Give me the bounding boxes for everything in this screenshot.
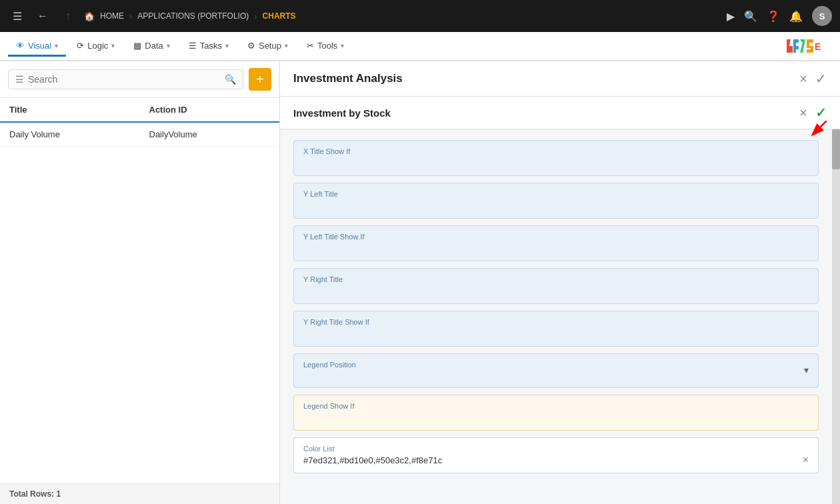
forward-icon[interactable]: ↑ (59, 7, 77, 25)
right-panel: Investment Analysis × ✓ Investment by St… (280, 61, 840, 504)
color-list-clear-icon[interactable]: × (803, 454, 809, 466)
home-link[interactable]: 🏠 (84, 11, 95, 21)
setup-icon: ⚙ (247, 41, 255, 51)
nav-logic[interactable]: ⟳ Logic ▾ (69, 37, 123, 57)
visual-icon: 👁 (16, 41, 25, 51)
input-y-right-title-show-if[interactable] (303, 329, 809, 339)
topbar-right: ▶ 🔍 ❓ 🔔 S (727, 6, 832, 26)
search-input[interactable] (28, 74, 225, 85)
bell-icon[interactable]: 🔔 (789, 10, 803, 23)
data-icon: ▦ (133, 41, 141, 51)
help-icon[interactable]: ❓ (767, 10, 780, 23)
setup-label: Setup (259, 41, 281, 51)
search-top-icon[interactable]: 🔍 (744, 10, 757, 23)
sidebar-footer: Total Rows: 1 (0, 483, 279, 504)
label-y-right-title-show-if: Y Right Title Show If (303, 318, 809, 326)
subpanel-confirm-button[interactable]: ✓ (815, 105, 827, 121)
panel-actions: × ✓ (799, 71, 827, 87)
avatar[interactable]: S (812, 6, 832, 26)
tools-label: Tools (317, 41, 337, 51)
main-layout: ☰ 🔍 + Title Action ID Daily Volume Daily… (0, 61, 840, 504)
subpanel-actions: × ✓ (799, 105, 827, 121)
five-logo-svg: E (784, 37, 824, 55)
input-y-left-title[interactable] (303, 201, 809, 211)
field-y-left-title-show-if[interactable]: Y Left Title Show If (293, 225, 819, 261)
search-magnifier-icon[interactable]: 🔍 (225, 74, 236, 85)
setup-chevron: ▾ (285, 42, 288, 49)
menu-icon[interactable]: ☰ (8, 7, 27, 25)
field-x-title-show-if[interactable]: X Title Show If (293, 140, 819, 176)
charts-label[interactable]: CHARTS (263, 11, 296, 21)
col-header-action-id: Action ID (140, 98, 280, 121)
panel-close-button[interactable]: × (799, 71, 807, 87)
nav-setup[interactable]: ⚙ Setup ▾ (239, 37, 296, 57)
subpanel-close-button[interactable]: × (799, 105, 807, 121)
panel-header: Investment Analysis × ✓ (280, 61, 840, 97)
five-logo: E (784, 37, 832, 55)
svg-marker-2 (800, 39, 805, 53)
field-y-right-title[interactable]: Y Right Title (293, 268, 819, 304)
nav-data[interactable]: ▦ Data ▾ (125, 37, 177, 57)
panel-confirm-button[interactable]: ✓ (815, 71, 827, 87)
subpanel-title: Investment by Stock (293, 107, 391, 119)
breadcrumb-sep1: › (129, 11, 132, 21)
tasks-icon: ☰ (189, 41, 197, 51)
tools-chevron: ▾ (341, 42, 344, 49)
svg-marker-0 (787, 39, 793, 53)
logic-label: Logic (87, 41, 108, 51)
color-list-value: #7ed321,#bd10e0,#50e3c2,#f8e71c (303, 455, 803, 465)
visual-chevron: ▾ (55, 42, 58, 49)
field-y-right-title-show-if[interactable]: Y Right Title Show If (293, 311, 819, 347)
svg-text:E: E (815, 41, 821, 52)
topbar: ☰ ← ↑ 🏠 HOME › APPLICATIONS (PORTFOLIO) … (0, 0, 840, 32)
svg-marker-1 (793, 39, 799, 53)
logic-icon: ⟳ (77, 41, 84, 51)
back-icon[interactable]: ← (33, 7, 52, 25)
nav-tools[interactable]: ✂ Tools ▾ (299, 37, 352, 57)
row-title: Daily Volume (0, 123, 140, 146)
legend-position-chevron[interactable]: ▾ (804, 365, 809, 375)
input-legend-show-if[interactable]: true (303, 413, 809, 423)
tools-icon: ✂ (307, 41, 314, 51)
table-row[interactable]: Daily Volume DailyVolume (0, 123, 279, 147)
input-y-right-title[interactable] (303, 286, 809, 296)
field-legend-show-if[interactable]: Legend Show If true (293, 395, 819, 431)
nav-tasks[interactable]: ☰ Tasks ▾ (181, 37, 237, 57)
label-legend-show-if: Legend Show If (303, 402, 809, 410)
panel-title: Investment Analysis (293, 72, 403, 85)
add-button[interactable]: + (249, 68, 271, 91)
sidebar-search-bar: ☰ 🔍 + (0, 61, 279, 98)
nav-visual[interactable]: 👁 Visual ▾ (8, 37, 66, 57)
home-label[interactable]: HOME (100, 11, 124, 21)
play-icon[interactable]: ▶ (727, 10, 735, 23)
scrollbar-thumb[interactable] (832, 129, 840, 169)
total-rows-label: Total Rows: 1 (9, 489, 61, 499)
sidebar-table: Title Action ID Daily Volume DailyVolume (0, 98, 279, 483)
row-action-id: DailyVolume (140, 123, 280, 146)
data-label: Data (145, 41, 163, 51)
tasks-label: Tasks (200, 41, 222, 51)
field-color-list[interactable]: Color List #7ed321,#bd10e0,#50e3c2,#f8e7… (293, 437, 819, 473)
scrollbar[interactable] (832, 129, 840, 504)
label-y-left-title-show-if: Y Left Title Show If (303, 233, 809, 241)
input-y-left-title-show-if[interactable] (303, 243, 809, 253)
input-x-title-show-if[interactable] (303, 158, 809, 168)
subpanel-header: Investment by Stock × ✓ (280, 97, 840, 129)
visual-label: Visual (28, 41, 51, 51)
breadcrumb-sep2: › (254, 11, 257, 21)
sidebar: ☰ 🔍 + Title Action ID Daily Volume Daily… (0, 61, 280, 504)
label-y-left-title: Y Left Title (303, 190, 809, 198)
form-area: X Title Show If Y Left Title Y Left Titl… (280, 129, 832, 504)
search-box: ☰ 🔍 (8, 69, 243, 89)
label-x-title-show-if: X Title Show If (303, 147, 809, 155)
apps-label[interactable]: APPLICATIONS (PORTFOLIO) (137, 11, 249, 21)
logic-chevron: ▾ (111, 42, 115, 49)
field-y-left-title[interactable]: Y Left Title (293, 183, 819, 219)
secondbar: 👁 Visual ▾ ⟳ Logic ▾ ▦ Data ▾ ☰ Tasks ▾ … (0, 32, 840, 61)
label-color-list: Color List (303, 445, 809, 453)
tasks-chevron: ▾ (225, 42, 229, 49)
table-header: Title Action ID (0, 98, 279, 123)
col-header-title: Title (0, 98, 140, 121)
input-legend-position[interactable] (303, 371, 804, 381)
field-legend-position[interactable]: Legend Position ▾ (293, 353, 819, 388)
